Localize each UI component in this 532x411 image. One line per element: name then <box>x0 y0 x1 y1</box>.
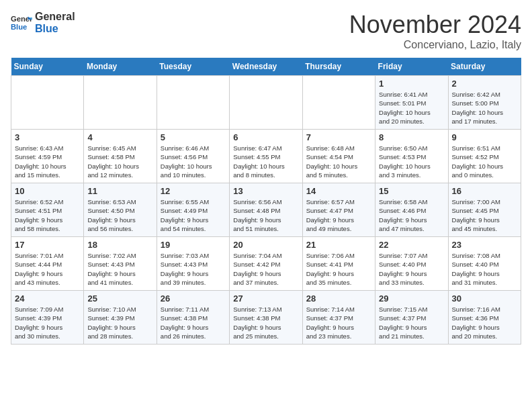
day-info: Sunrise: 6:57 AM Sunset: 4:47 PM Dayligh… <box>306 197 371 233</box>
calendar-cell: 25Sunrise: 7:10 AM Sunset: 4:39 PM Dayli… <box>84 291 157 345</box>
day-info: Sunrise: 7:04 AM Sunset: 4:42 PM Dayligh… <box>233 251 298 287</box>
day-number: 30 <box>452 293 517 304</box>
day-number: 29 <box>379 293 444 304</box>
calendar-cell: 8Sunrise: 6:50 AM Sunset: 4:53 PM Daylig… <box>375 130 448 183</box>
day-info: Sunrise: 6:53 AM Sunset: 4:50 PM Dayligh… <box>87 197 152 233</box>
calendar-table: SundayMondayTuesdayWednesdayThursdayFrid… <box>11 58 521 345</box>
calendar-week-row: 17Sunrise: 7:01 AM Sunset: 4:44 PM Dayli… <box>11 237 521 291</box>
day-number: 25 <box>87 293 152 304</box>
day-number: 11 <box>87 186 152 196</box>
svg-text:Blue: Blue <box>11 23 27 31</box>
day-info: Sunrise: 6:46 AM Sunset: 4:56 PM Dayligh… <box>161 144 226 179</box>
day-info: Sunrise: 7:16 AM Sunset: 4:36 PM Dayligh… <box>452 305 517 340</box>
day-header-tuesday: Tuesday <box>157 58 229 76</box>
day-info: Sunrise: 7:07 AM Sunset: 4:40 PM Dayligh… <box>379 251 444 287</box>
day-info: Sunrise: 7:10 AM Sunset: 4:39 PM Dayligh… <box>87 305 152 340</box>
day-info: Sunrise: 6:58 AM Sunset: 4:46 PM Dayligh… <box>379 197 444 233</box>
day-info: Sunrise: 6:50 AM Sunset: 4:53 PM Dayligh… <box>379 144 444 179</box>
day-info: Sunrise: 6:48 AM Sunset: 4:54 PM Dayligh… <box>306 144 371 179</box>
day-number: 7 <box>306 132 371 142</box>
day-number: 19 <box>161 240 226 250</box>
logo-text: GeneralBlue <box>35 11 75 35</box>
day-info: Sunrise: 6:43 AM Sunset: 4:59 PM Dayligh… <box>15 144 80 179</box>
day-info: Sunrise: 6:42 AM Sunset: 5:00 PM Dayligh… <box>452 90 517 126</box>
calendar-cell: 5Sunrise: 6:46 AM Sunset: 4:56 PM Daylig… <box>157 130 229 183</box>
day-info: Sunrise: 7:06 AM Sunset: 4:41 PM Dayligh… <box>306 251 371 287</box>
calendar-header-row: SundayMondayTuesdayWednesdayThursdayFrid… <box>11 58 521 76</box>
day-info: Sunrise: 7:15 AM Sunset: 4:37 PM Dayligh… <box>379 305 444 340</box>
calendar-cell: 16Sunrise: 7:00 AM Sunset: 4:45 PM Dayli… <box>448 183 521 237</box>
day-number: 13 <box>233 186 298 196</box>
calendar-cell: 4Sunrise: 6:45 AM Sunset: 4:58 PM Daylig… <box>84 130 157 183</box>
calendar-week-row: 24Sunrise: 7:09 AM Sunset: 4:39 PM Dayli… <box>11 291 521 345</box>
calendar-cell: 9Sunrise: 6:51 AM Sunset: 4:52 PM Daylig… <box>448 130 521 183</box>
calendar-cell: 24Sunrise: 7:09 AM Sunset: 4:39 PM Dayli… <box>11 291 84 345</box>
day-info: Sunrise: 6:51 AM Sunset: 4:52 PM Dayligh… <box>452 144 517 179</box>
day-info: Sunrise: 7:09 AM Sunset: 4:39 PM Dayligh… <box>15 305 80 340</box>
day-number: 15 <box>379 186 444 196</box>
calendar-cell: 3Sunrise: 6:43 AM Sunset: 4:59 PM Daylig… <box>11 130 84 183</box>
calendar-cell: 7Sunrise: 6:48 AM Sunset: 4:54 PM Daylig… <box>302 130 375 183</box>
day-info: Sunrise: 7:13 AM Sunset: 4:38 PM Dayligh… <box>233 305 298 340</box>
calendar-cell <box>157 76 229 130</box>
calendar-cell: 26Sunrise: 7:11 AM Sunset: 4:38 PM Dayli… <box>157 291 229 345</box>
day-header-monday: Monday <box>84 58 157 76</box>
day-number: 20 <box>233 240 298 250</box>
calendar-cell: 29Sunrise: 7:15 AM Sunset: 4:37 PM Dayli… <box>375 291 448 345</box>
day-number: 26 <box>161 293 226 304</box>
day-number: 24 <box>15 293 80 304</box>
day-info: Sunrise: 7:01 AM Sunset: 4:44 PM Dayligh… <box>15 251 80 287</box>
day-info: Sunrise: 7:03 AM Sunset: 4:43 PM Dayligh… <box>161 251 226 287</box>
day-header-friday: Friday <box>375 58 448 76</box>
day-info: Sunrise: 6:55 AM Sunset: 4:49 PM Dayligh… <box>161 197 226 233</box>
calendar-cell: 22Sunrise: 7:07 AM Sunset: 4:40 PM Dayli… <box>375 237 448 291</box>
calendar-cell: 6Sunrise: 6:47 AM Sunset: 4:55 PM Daylig… <box>230 130 302 183</box>
day-header-sunday: Sunday <box>11 58 84 76</box>
calendar-cell: 20Sunrise: 7:04 AM Sunset: 4:42 PM Dayli… <box>230 237 302 291</box>
calendar-cell: 13Sunrise: 6:56 AM Sunset: 4:48 PM Dayli… <box>230 183 302 237</box>
day-number: 9 <box>452 132 517 142</box>
title-area: November 2024 Concerviano, Lazio, Italy <box>349 11 521 51</box>
day-info: Sunrise: 7:00 AM Sunset: 4:45 PM Dayligh… <box>452 197 517 233</box>
calendar-cell: 10Sunrise: 6:52 AM Sunset: 4:51 PM Dayli… <box>11 183 84 237</box>
calendar-cell: 1Sunrise: 6:41 AM Sunset: 5:01 PM Daylig… <box>375 76 448 130</box>
day-number: 2 <box>452 79 517 89</box>
day-number: 23 <box>452 240 517 250</box>
day-number: 16 <box>452 186 517 196</box>
calendar-cell: 18Sunrise: 7:02 AM Sunset: 4:43 PM Dayli… <box>84 237 157 291</box>
calendar-cell: 30Sunrise: 7:16 AM Sunset: 4:36 PM Dayli… <box>448 291 521 345</box>
calendar-cell: 2Sunrise: 6:42 AM Sunset: 5:00 PM Daylig… <box>448 76 521 130</box>
day-number: 21 <box>306 240 371 250</box>
day-number: 8 <box>379 132 444 142</box>
calendar-week-row: 10Sunrise: 6:52 AM Sunset: 4:51 PM Dayli… <box>11 183 521 237</box>
day-number: 27 <box>233 293 298 304</box>
calendar-cell: 28Sunrise: 7:14 AM Sunset: 4:37 PM Dayli… <box>302 291 375 345</box>
day-number: 10 <box>15 186 80 196</box>
day-info: Sunrise: 6:41 AM Sunset: 5:01 PM Dayligh… <box>379 90 444 126</box>
day-info: Sunrise: 6:56 AM Sunset: 4:48 PM Dayligh… <box>233 197 298 233</box>
day-header-wednesday: Wednesday <box>230 58 302 76</box>
calendar-cell: 11Sunrise: 6:53 AM Sunset: 4:50 PM Dayli… <box>84 183 157 237</box>
calendar-cell: 12Sunrise: 6:55 AM Sunset: 4:49 PM Dayli… <box>157 183 229 237</box>
day-number: 28 <box>306 293 371 304</box>
calendar-cell: 23Sunrise: 7:08 AM Sunset: 4:40 PM Dayli… <box>448 237 521 291</box>
day-info: Sunrise: 7:08 AM Sunset: 4:40 PM Dayligh… <box>452 251 517 287</box>
calendar-week-row: 3Sunrise: 6:43 AM Sunset: 4:59 PM Daylig… <box>11 130 521 183</box>
day-header-thursday: Thursday <box>302 58 375 76</box>
calendar-cell: 19Sunrise: 7:03 AM Sunset: 4:43 PM Dayli… <box>157 237 229 291</box>
calendar-cell: 21Sunrise: 7:06 AM Sunset: 4:41 PM Dayli… <box>302 237 375 291</box>
day-number: 4 <box>87 132 152 142</box>
day-number: 3 <box>15 132 80 142</box>
calendar-cell: 14Sunrise: 6:57 AM Sunset: 4:47 PM Dayli… <box>302 183 375 237</box>
day-info: Sunrise: 6:52 AM Sunset: 4:51 PM Dayligh… <box>15 197 80 233</box>
calendar-cell <box>302 76 375 130</box>
day-info: Sunrise: 7:02 AM Sunset: 4:43 PM Dayligh… <box>87 251 152 287</box>
calendar-cell <box>84 76 157 130</box>
page-header: General Blue GeneralBlue November 2024 C… <box>11 11 521 51</box>
day-info: Sunrise: 6:47 AM Sunset: 4:55 PM Dayligh… <box>233 144 298 179</box>
day-number: 22 <box>379 240 444 250</box>
day-info: Sunrise: 7:11 AM Sunset: 4:38 PM Dayligh… <box>161 305 226 340</box>
day-info: Sunrise: 6:45 AM Sunset: 4:58 PM Dayligh… <box>87 144 152 179</box>
day-number: 5 <box>161 132 226 142</box>
logo: General Blue GeneralBlue <box>11 11 75 35</box>
